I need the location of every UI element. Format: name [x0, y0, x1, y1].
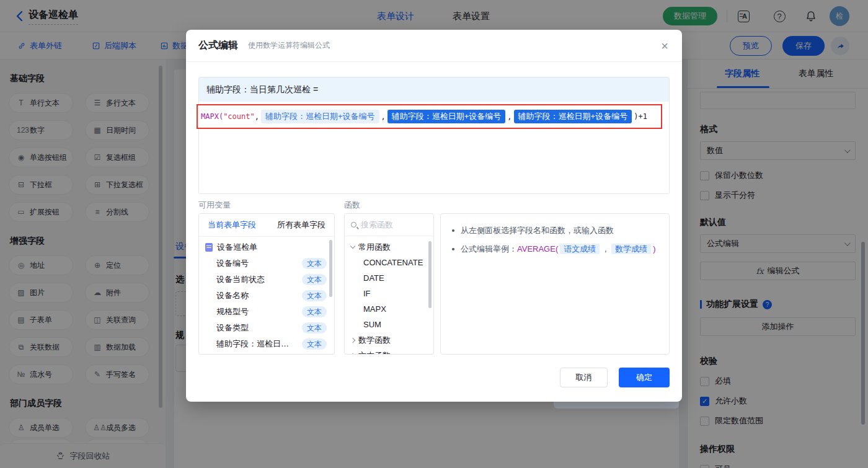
formula-target-field: 辅助字段：当日第几次巡检 = [199, 77, 669, 102]
field-type-badge: 文本 [302, 338, 327, 350]
field-list-item[interactable]: 设备名称 文本 [199, 288, 334, 304]
variables-label: 可用变量 [198, 200, 231, 211]
search-icon [351, 222, 356, 227]
field-list-item[interactable]: 辅助字段：巡检日期+... 文本 [199, 336, 334, 352]
tab-all-form-fields[interactable]: 所有表单字段 [277, 219, 326, 231]
field-type-badge: 文本 [302, 274, 327, 285]
cancel-button[interactable]: 取消 [560, 368, 608, 387]
variables-panel: 当前表单字段 所有表单字段 设备巡检单 设备编号 文本 设备当前状态 文本 设备 [198, 213, 335, 355]
form-tree-root[interactable]: 设备巡检单 [199, 239, 334, 255]
chevron-right-icon [350, 337, 355, 342]
function-list: CONCATENATE DATE IF MAPX SUM [345, 255, 433, 332]
functions-panel: 搜索函数 常用函数 CONCATENATE DATE IF MAPX SUM [344, 213, 434, 355]
function-group-math[interactable]: 数学函数 [345, 332, 433, 348]
tab-current-form-fields[interactable]: 当前表单字段 [208, 219, 256, 231]
dialog-title: 公式编辑 [198, 39, 238, 52]
string-arg: "count" [223, 112, 255, 121]
bullet [452, 229, 454, 232]
background-panel-edge [554, 402, 679, 408]
field-type-badge: 文本 [302, 306, 327, 317]
field-token-selected[interactable]: 辅助字段：巡检日期+设备编号 [388, 110, 506, 123]
field-token[interactable]: 辅助字段：巡检日期+设备编号 [261, 110, 379, 123]
chevron-right-icon [350, 353, 355, 355]
functions-scrollbar[interactable] [428, 241, 432, 308]
field-list-item[interactable]: 规格型号 文本 [199, 304, 334, 320]
formula-editor-dialog: 公式编辑 使用数学运算符编辑公式 × 辅助字段：当日第几次巡检 = MAPX("… [186, 30, 682, 402]
field-type-badge: 文本 [302, 322, 327, 333]
formula-expression-highlighted[interactable]: MAPX("count", 辅助字段：巡检日期+设备编号, 辅助字段：巡检日期+… [197, 104, 662, 129]
field-list-item[interactable]: 设备编号 文本 [199, 255, 334, 272]
function-group-common[interactable]: 常用函数 [345, 239, 433, 255]
function-name: MAPX( [201, 112, 223, 121]
function-item[interactable]: IF [345, 286, 433, 301]
tip-example: 公式编辑举例：AVERAGE(语文成绩，数学成绩) [461, 244, 656, 255]
field-list-item[interactable]: 设备当前状态 文本 [199, 272, 334, 288]
function-group-text[interactable]: 文本函数 [345, 348, 433, 355]
close-icon[interactable]: × [661, 40, 668, 52]
bullet [452, 248, 454, 250]
function-item[interactable]: MAPX [345, 301, 433, 317]
function-search[interactable]: 搜索函数 [345, 214, 433, 236]
field-list-item[interactable]: 设备类型 文本 [199, 320, 334, 336]
tip-text: 从左侧面板选择字段名和函数，或输入函数 [461, 225, 614, 236]
chevron-down-icon [350, 244, 355, 249]
form-doc-icon [205, 243, 213, 252]
formula-editor-area[interactable]: 辅助字段：当日第几次巡检 = MAPX("count", 辅助字段：巡检日期+设… [198, 77, 670, 194]
variables-scrollbar[interactable] [329, 240, 332, 297]
function-item[interactable]: CONCATENATE [345, 255, 433, 270]
help-panel: 从左侧面板选择字段名和函数，或输入函数 公式编辑举例：AVERAGE(语文成绩，… [440, 213, 670, 355]
confirm-button[interactable]: 确定 [619, 368, 670, 387]
field-token-selected[interactable]: 辅助字段：巡检日期+设备编号 [514, 110, 632, 123]
formula-tail: )+1 [634, 112, 647, 121]
field-type-badge: 文本 [302, 258, 327, 269]
dialog-subtitle: 使用数学运算符编辑公式 [248, 40, 330, 51]
function-item[interactable]: SUM [345, 317, 433, 332]
field-list: 设备编号 文本 设备当前状态 文本 设备名称 文本 规格型号 文本 [199, 255, 334, 352]
search-placeholder: 搜索函数 [361, 219, 393, 231]
function-item[interactable]: DATE [345, 270, 433, 286]
functions-label: 函数 [344, 200, 360, 211]
field-type-badge: 文本 [302, 290, 327, 301]
